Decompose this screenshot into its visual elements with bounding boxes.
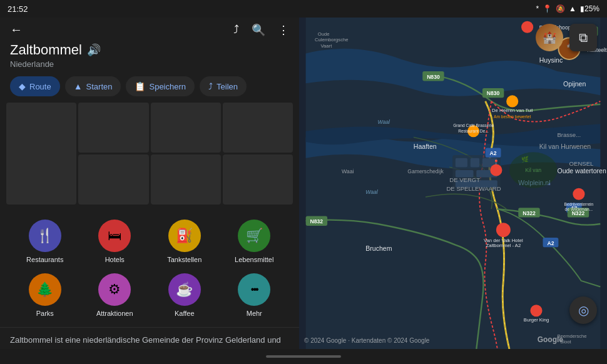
svg-text:Huysinc: Huysinc <box>539 56 563 64</box>
route-icon: ◆ <box>19 81 26 91</box>
svg-text:Culemborgsche: Culemborgsche <box>315 37 349 43</box>
photo-cell-6[interactable] <box>223 154 293 205</box>
lebensmittel-icon: 🛒 <box>238 220 270 252</box>
svg-text:Van der Valk Hotel: Van der Valk Hotel <box>484 238 523 243</box>
teilen-button[interactable]: ⤴ Teilen <box>200 76 247 96</box>
photo-cell-2[interactable] <box>151 103 221 153</box>
lebensmittel-label: Lebensmittel <box>235 256 273 263</box>
parks-icon: 🌲 <box>29 273 61 306</box>
svg-text:📍: 📍 <box>493 159 499 165</box>
category-tankstellen[interactable]: ⛽ Tankstellen <box>150 215 220 268</box>
svg-rect-3 <box>471 158 479 167</box>
speichern-label: Speichern <box>149 82 186 91</box>
starten-label: Starten <box>86 82 113 91</box>
place-name: Zaltbommel <box>10 42 82 58</box>
attraktionen-label: Attraktionen <box>96 310 133 317</box>
speichern-icon: 📋 <box>135 81 145 91</box>
kaffee-label: Kaffee <box>175 310 195 317</box>
svg-point-52 <box>573 188 584 200</box>
category-kaffee[interactable]: ☕ Kaffee <box>150 268 220 322</box>
category-attraktionen[interactable]: ⚙ Attraktionen <box>80 268 150 322</box>
category-mehr[interactable]: ••• Mehr <box>220 268 290 322</box>
more-button[interactable]: ⋮ <box>278 23 289 37</box>
restaurants-icon: 🍴 <box>29 220 61 252</box>
svg-text:Haaften: Haaften <box>414 143 437 150</box>
hotels-icon: 🛏 <box>98 220 131 252</box>
svg-text:Waal: Waal <box>365 189 379 195</box>
svg-text:DE SPELLEWAARD: DE SPELLEWAARD <box>446 185 501 192</box>
teilen-icon: ⤴ <box>208 81 213 91</box>
parks-label: Parks <box>36 310 54 317</box>
photo-cell-large[interactable] <box>6 103 76 205</box>
svg-text:N830: N830 <box>487 90 500 96</box>
attraktionen-icon: ⚙ <box>98 273 131 306</box>
svg-text:Grand Café Brasserie: Grand Café Brasserie <box>453 123 494 128</box>
hotels-label: Hotels <box>105 256 125 263</box>
svg-text:Waal: Waal <box>377 119 390 125</box>
starten-button[interactable]: ▲ Starten <box>65 76 121 96</box>
svg-point-41 <box>506 95 518 107</box>
category-parks[interactable]: 🌲 Parks <box>10 268 80 322</box>
svg-text:A2: A2 <box>547 240 554 246</box>
svg-text:Opijnen: Opijnen <box>563 80 586 88</box>
bluetooth-icon: * <box>536 4 539 13</box>
map-logo: Google <box>538 335 563 344</box>
photo-cell-1[interactable] <box>78 103 148 153</box>
map-panel[interactable]: N830 N830 A2 A2 A2 N322 N322 N832 Haafte… <box>299 18 607 349</box>
place-subtitle: Niederlande <box>10 59 289 69</box>
svg-rect-2 <box>456 158 467 167</box>
share-button[interactable]: ⤴ <box>233 23 239 36</box>
svg-text:Kil van Hurwenen: Kil van Hurwenen <box>539 143 591 150</box>
location-status-icon: 📍 <box>543 4 552 13</box>
svg-text:N830: N830 <box>427 74 440 80</box>
svg-text:Bruchem: Bruchem <box>365 245 392 252</box>
wifi-icon: ▲ <box>569 4 576 13</box>
sound-icon[interactable]: 🔊 <box>87 43 101 57</box>
svg-text:N832: N832 <box>310 218 324 225</box>
map-layers-button[interactable]: ⧉ <box>569 24 597 51</box>
mehr-label: Mehr <box>247 310 262 317</box>
panel-header: ← ⤴ 🔍 ⋮ <box>0 18 299 39</box>
svg-text:Oude: Oude <box>318 31 330 37</box>
svg-text:Zaltbommel - A2: Zaltbommel - A2 <box>486 243 521 248</box>
kaffee-icon: ☕ <box>168 273 201 306</box>
svg-text:Kil van: Kil van <box>525 167 541 173</box>
layers-icon: ⧉ <box>579 31 588 45</box>
photo-cell-5[interactable] <box>151 154 221 205</box>
back-button[interactable]: ← <box>10 23 23 37</box>
photo-cell-4[interactable] <box>78 154 148 205</box>
category-hotels[interactable]: 🛏 Hotels <box>80 215 150 268</box>
svg-point-58 <box>521 21 533 33</box>
map-avatar-button[interactable]: 🏰 <box>536 24 563 51</box>
tankstellen-icon: ⛽ <box>168 220 201 252</box>
svg-text:N322: N322 <box>523 210 536 216</box>
starten-icon: ▲ <box>74 81 83 91</box>
category-lebensmittel[interactable]: 🛒 Lebensmittel <box>220 215 290 268</box>
svg-text:Vaart: Vaart <box>321 43 333 49</box>
left-panel: ← ⤴ 🔍 ⋮ Zaltbommel 🔊 Niederlande ◆ Route… <box>0 18 299 349</box>
photo-grid <box>0 103 299 205</box>
svg-point-39 <box>490 164 502 176</box>
svg-text:Restaurant De...: Restaurant De... <box>458 129 489 133</box>
svg-text:De Heeren van Tuil: De Heeren van Tuil <box>492 108 533 113</box>
map-location-button[interactable]: ◎ <box>569 296 597 324</box>
svg-text:DE VERGT: DE VERGT <box>449 176 480 183</box>
search-button[interactable]: 🔍 <box>252 23 265 37</box>
description: Zaltbommel ist eine niederländische Geme… <box>0 327 299 349</box>
speichern-button[interactable]: 📋 Speichern <box>126 76 195 96</box>
route-label: Route <box>29 82 51 91</box>
location-icon: ◎ <box>578 303 589 318</box>
route-button[interactable]: ◆ Route <box>10 76 60 96</box>
svg-text:Burger King: Burger King <box>524 317 549 323</box>
svg-text:Brasse...: Brasse... <box>557 131 581 138</box>
svg-text:Am besten bewertet: Am besten bewertet <box>494 114 531 119</box>
bell-icon: 🔕 <box>556 4 565 13</box>
svg-point-50 <box>530 305 542 316</box>
title-section: Zaltbommel 🔊 Niederlande <box>0 39 299 74</box>
description-text: Zaltbommel ist eine niederländische Geme… <box>10 335 281 349</box>
svg-text:Gamerschedijk: Gamerschedijk <box>407 168 444 174</box>
svg-text:Oude watertoren: Oude watertoren <box>557 167 606 174</box>
photo-cell-3[interactable] <box>223 103 293 153</box>
category-restaurants[interactable]: 🍴 Restaurants <box>10 215 80 268</box>
svg-text:Waai: Waai <box>342 168 354 174</box>
